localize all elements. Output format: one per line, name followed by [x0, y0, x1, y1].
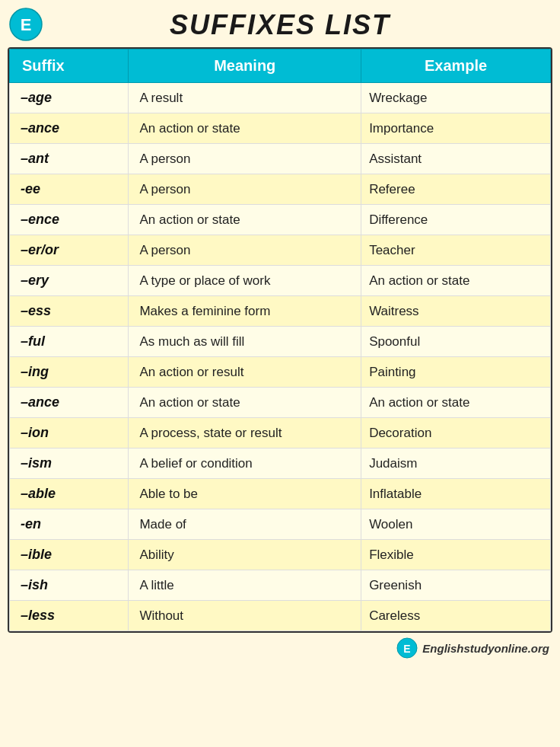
cell-meaning: A belief or condition [129, 449, 361, 479]
cell-suffix: -en [10, 509, 129, 540]
logo-icon: E [9, 8, 43, 41]
table-header-row: Suffix Meaning Example [10, 49, 551, 83]
cell-suffix: –age [10, 83, 129, 113]
svg-text:E: E [21, 15, 32, 34]
cell-example: Waitress [361, 296, 551, 327]
cell-example: Decoration [361, 418, 551, 449]
footer-site: Englishstudyonline.org [422, 642, 549, 655]
cell-example: Careless [361, 601, 551, 631]
header: E SUFFIXES LIST [0, 0, 560, 47]
cell-example: Difference [361, 205, 551, 235]
cell-suffix: –ance [10, 113, 129, 144]
col-suffix-header: Suffix [10, 49, 129, 83]
cell-example: An action or state [361, 388, 551, 418]
cell-example: Spoonful [361, 327, 551, 357]
table-row: –ismA belief or conditionJudaism [10, 449, 551, 479]
cell-example: Greenish [361, 570, 551, 601]
cell-meaning: An action or state [129, 388, 361, 418]
cell-suffix: –ant [10, 144, 129, 174]
table-row: –ibleAbilityFlexible [10, 540, 551, 570]
table-row: –anceAn action or stateAn action or stat… [10, 388, 551, 418]
page-title: SUFFIXES LIST [170, 9, 390, 41]
footer-logo-icon: E [396, 637, 418, 659]
cell-meaning: A person [129, 235, 361, 266]
cell-suffix: –ish [10, 570, 129, 601]
cell-meaning: Without [129, 601, 361, 631]
table-row: –fulAs much as will fillSpoonful [10, 327, 551, 357]
cell-suffix: –less [10, 601, 129, 631]
cell-meaning: A little [129, 570, 361, 601]
cell-suffix: –able [10, 479, 129, 509]
cell-meaning: An action or state [129, 205, 361, 235]
cell-example: Referee [361, 174, 551, 205]
cell-suffix: –er/or [10, 235, 129, 266]
footer: E Englishstudyonline.org [0, 633, 560, 662]
cell-example: Assistant [361, 144, 551, 174]
suffixes-table: Suffix Meaning Example –ageA resultWreck… [9, 49, 551, 631]
cell-example: Teacher [361, 235, 551, 266]
cell-meaning: An action or state [129, 113, 361, 144]
table-row: –ageA resultWreckage [10, 83, 551, 113]
cell-suffix: –ism [10, 449, 129, 479]
cell-example: An action or state [361, 266, 551, 296]
table-row: –ableAble to beInflatable [10, 479, 551, 509]
cell-suffix: –ion [10, 418, 129, 449]
cell-suffix: -ee [10, 174, 129, 205]
cell-meaning: As much as will fill [129, 327, 361, 357]
svg-text:E: E [404, 643, 411, 655]
table-row: –er/orA personTeacher [10, 235, 551, 266]
table-row: –essMakes a feminine formWaitress [10, 296, 551, 327]
suffixes-table-container: Suffix Meaning Example –ageA resultWreck… [8, 47, 552, 633]
cell-suffix: –ible [10, 540, 129, 570]
table-row: –anceAn action or stateImportance [10, 113, 551, 144]
cell-meaning: A process, state or result [129, 418, 361, 449]
cell-suffix: –ery [10, 266, 129, 296]
cell-suffix: –ing [10, 357, 129, 388]
cell-example: Judaism [361, 449, 551, 479]
cell-meaning: An action or result [129, 357, 361, 388]
table-row: –eryA type or place of workAn action or … [10, 266, 551, 296]
table-row: –ionA process, state or resultDecoration [10, 418, 551, 449]
table-row: –enceAn action or stateDifference [10, 205, 551, 235]
table-row: -enMade ofWoolen [10, 509, 551, 540]
table-row: –ingAn action or resultPainting [10, 357, 551, 388]
cell-example: Flexible [361, 540, 551, 570]
cell-example: Inflatable [361, 479, 551, 509]
cell-meaning: Made of [129, 509, 361, 540]
col-example-header: Example [361, 49, 551, 83]
cell-meaning: A person [129, 144, 361, 174]
page-wrapper: E SUFFIXES LIST Suffix Meaning Example –… [0, 0, 560, 669]
cell-example: Woolen [361, 509, 551, 540]
cell-example: Importance [361, 113, 551, 144]
cell-example: Painting [361, 357, 551, 388]
cell-suffix: –ance [10, 388, 129, 418]
cell-meaning: Ability [129, 540, 361, 570]
cell-suffix: –ess [10, 296, 129, 327]
table-row: –antA personAssistant [10, 144, 551, 174]
cell-meaning: A person [129, 174, 361, 205]
cell-meaning: A result [129, 83, 361, 113]
table-row: -eeA personReferee [10, 174, 551, 205]
cell-example: Wreckage [361, 83, 551, 113]
table-row: –ishA littleGreenish [10, 570, 551, 601]
cell-meaning: Makes a feminine form [129, 296, 361, 327]
cell-suffix: –ful [10, 327, 129, 357]
col-meaning-header: Meaning [129, 49, 361, 83]
cell-meaning: Able to be [129, 479, 361, 509]
cell-meaning: A type or place of work [129, 266, 361, 296]
table-row: –lessWithoutCareless [10, 601, 551, 631]
cell-suffix: –ence [10, 205, 129, 235]
